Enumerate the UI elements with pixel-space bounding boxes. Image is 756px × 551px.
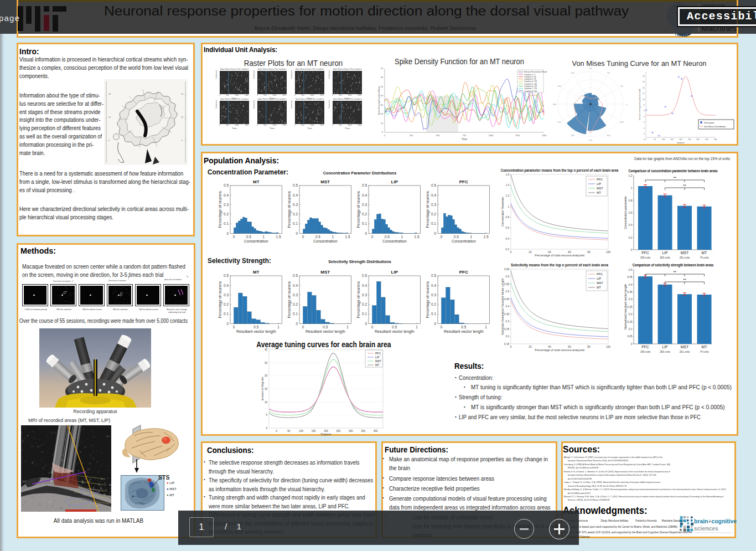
svg-text:20: 20 [381,113,383,115]
svg-text:0.4: 0.4 [293,193,298,197]
svg-text:5: 5 [266,414,267,416]
svg-text:Percentage of neurons: Percentage of neurons [426,281,430,318]
svg-text:0.3: 0.3 [431,203,436,207]
svg-text:1: 1 [416,325,418,329]
svg-text:0.2: 0.2 [431,302,436,306]
svg-text:0.5: 0.5 [392,325,397,329]
svg-text:MST: MST [681,251,688,255]
svg-text:18: 18 [108,93,111,95]
svg-text:0: 0 [510,346,512,348]
svg-text:0.4: 0.4 [362,283,367,287]
svg-text:1: 1 [262,235,265,239]
svg-text:0.5: 0.5 [293,183,298,187]
svg-text:6: 6 [182,140,183,142]
svg-text:0: 0 [626,103,628,106]
svg-text:Selectivity means from the top: Selectivity means from the top n percent… [511,263,608,267]
svg-text:60: 60 [381,76,383,79]
svg-text:150: 150 [557,85,561,87]
svg-text:0.15: 0.15 [504,343,509,346]
svg-text:20: 20 [265,374,268,377]
svg-text:250: 250 [336,430,341,432]
svg-text:14: 14 [643,87,645,89]
svg-text:330: 330 [620,121,624,123]
svg-text:Degrees: Degrees [321,432,332,436]
svg-text:0.2: 0.2 [293,302,298,306]
svg-text:270: 270 [589,139,593,142]
svg-text:Percentage of neurons: Percentage of neurons [287,190,292,228]
svg-text:0: 0 [226,231,229,235]
svg-text:0.4: 0.4 [362,193,367,197]
svg-text:240: 240 [571,134,574,137]
svg-text:1.5: 1.5 [276,235,281,239]
svg-text:20: 20 [529,346,532,348]
svg-text:Resultant vector length: Resultant vector length [236,329,276,333]
svg-text:Increase in firing rate: Increase in firing rate [261,377,264,400]
svg-text:50: 50 [654,138,656,141]
svg-text:0.3: 0.3 [362,203,367,207]
svg-text:0.3: 0.3 [293,292,298,296]
svg-text:15: 15 [265,388,268,390]
svg-text:0: 0 [365,321,367,325]
svg-text:LIP: LIP [662,345,668,349]
svg-text:0: 0 [434,321,436,325]
svg-text:0.4: 0.4 [506,238,510,240]
svg-text:0: 0 [302,235,304,239]
svg-text:Percentage of total neurons an: Percentage of total neurons analyzed [535,348,584,352]
svg-text:0: 0 [434,231,436,235]
svg-text:LIP: LIP [375,356,380,359]
svg-text:LIP: LIP [391,179,398,184]
svg-text:1: 1 [631,187,633,189]
svg-text:Concentration parameter: Concentration parameter [624,196,627,229]
svg-text:0.2: 0.2 [293,212,298,216]
svg-text:Resultant vector length: Resultant vector length [444,329,484,333]
svg-text:6: 6 [108,140,110,142]
svg-text:0.3: 0.3 [224,292,229,296]
svg-text:350: 350 [705,138,708,141]
svg-text:60: 60 [607,71,610,74]
svg-text:0.5: 0.5 [224,274,229,277]
svg-text:0.2: 0.2 [362,212,367,216]
svg-text:Percentage of neurons: Percentage of neurons [356,281,361,318]
svg-text:Resultant vector length: Resultant vector length [305,329,345,333]
svg-text:0: 0 [296,231,298,235]
svg-text:150: 150 [312,430,316,432]
svg-text:0.5: 0.5 [506,290,510,293]
svg-text:4: 4 [644,116,645,118]
svg-text:0.3: 0.3 [629,298,633,301]
svg-text:12: 12 [108,116,111,119]
svg-text:100: 100 [606,346,610,348]
svg-text:1: 1 [277,325,279,329]
svg-text:MST: MST [375,359,381,363]
svg-text:Von Mises Distribution: Von Mises Distribution [704,125,726,128]
svg-text:0.2: 0.2 [224,212,229,216]
svg-text:Condition 8: 315: Condition 8: 315 [524,90,537,92]
svg-text:0.65: 0.65 [504,268,509,271]
svg-text:0.2: 0.2 [506,335,510,338]
svg-text:250: 250 [410,135,413,137]
svg-text:400: 400 [714,138,717,141]
svg-text:Percentage of total neurons an: Percentage of total neurons analyzed [535,254,584,257]
svg-text:LIP: LIP [597,277,602,280]
svg-text:0.25: 0.25 [504,328,509,331]
svg-text:Spike Density Function Mean: Spike Density Function Mean [377,86,380,115]
svg-text:0.4: 0.4 [224,193,229,197]
svg-text:Degrees: Degrees [677,142,685,144]
svg-text:brain+cognitive: brain+cognitive [694,517,737,524]
svg-text:PFC: PFC [459,269,468,274]
svg-text:100: 100 [606,251,610,254]
svg-text:0.35: 0.35 [504,313,509,316]
svg-text:0.5: 0.5 [246,235,251,239]
svg-text:70: 70 [381,68,383,70]
svg-text:20: 20 [529,251,532,254]
svg-text:6: 6 [644,110,645,112]
svg-text:300: 300 [349,430,353,432]
svg-text:0.8: 0.8 [506,216,510,219]
svg-text:0: 0 [302,325,304,329]
svg-text:sciences: sciences [694,524,718,532]
svg-text:0.8: 0.8 [629,199,633,202]
svg-text:0.4: 0.4 [431,193,436,197]
svg-text:LIP: LIP [391,269,398,274]
svg-text:0: 0 [266,427,267,430]
svg-text:12: 12 [181,116,183,119]
svg-text:0.3: 0.3 [506,320,510,323]
